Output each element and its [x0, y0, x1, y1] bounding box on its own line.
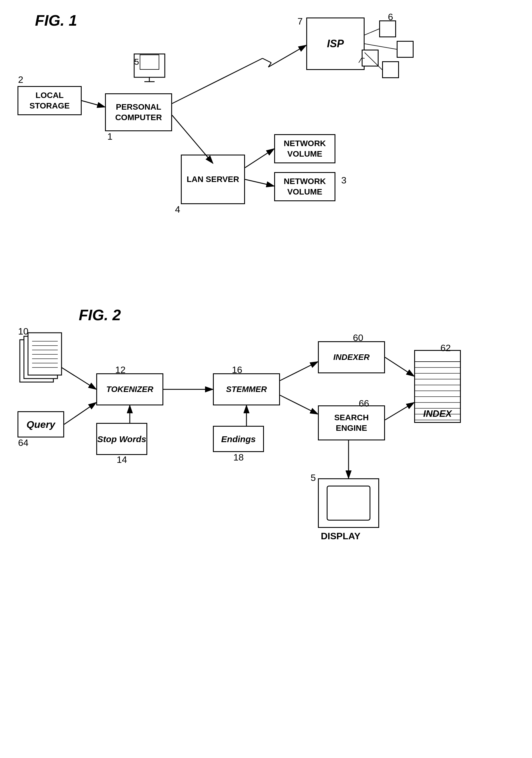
label-7: 7	[298, 16, 303, 27]
search-engine-box: SEARCH ENGINE	[318, 405, 385, 440]
label-62: 62	[441, 343, 451, 354]
label-14: 14	[117, 454, 127, 465]
lan-server-box: LAN SERVER	[181, 155, 245, 204]
svg-line-36	[385, 402, 414, 420]
label-66: 66	[359, 398, 369, 409]
label-64: 64	[18, 437, 29, 448]
tokenizer-box: TOKENIZER	[96, 373, 163, 405]
svg-line-35	[385, 357, 414, 376]
svg-line-17	[245, 179, 274, 186]
svg-line-28	[61, 367, 96, 389]
stemmer-box: STEMMER	[213, 373, 280, 405]
label-4: 4	[175, 204, 180, 215]
label-12: 12	[115, 364, 126, 375]
label-5-fig2: 5	[311, 472, 316, 483]
page: FIG. 1 ISP 7 6 LOCAL STORAGE 2 5 PERSONA…	[0, 0, 532, 758]
isp-device-3	[382, 61, 399, 78]
svg-rect-20	[28, 333, 61, 375]
svg-line-16	[245, 149, 274, 168]
label-16: 16	[232, 364, 242, 375]
endings-box: Endings	[213, 426, 264, 452]
label-18: 18	[233, 452, 244, 463]
isp-device-1	[379, 20, 396, 37]
label-2: 2	[18, 74, 23, 85]
svg-line-5	[82, 101, 105, 107]
network-volume-1-box: NETWORK VOLUME	[274, 134, 336, 163]
svg-line-29	[64, 402, 96, 424]
label-1: 1	[107, 131, 113, 142]
index-box: INDEX	[414, 350, 461, 423]
stop-words-box: Stop Words	[96, 423, 147, 455]
local-storage-box: LOCAL STORAGE	[18, 86, 82, 115]
display-box	[318, 478, 379, 528]
display-label: DISPLAY	[321, 531, 361, 542]
svg-line-11	[365, 44, 397, 49]
isp-device-2	[397, 41, 413, 58]
svg-line-33	[280, 362, 318, 381]
svg-line-8	[268, 63, 271, 67]
fig2-title: FIG. 2	[79, 306, 121, 324]
indexer-box: INDEXER	[318, 341, 385, 373]
svg-line-6	[172, 58, 263, 104]
svg-rect-19	[24, 336, 57, 379]
svg-line-9	[268, 45, 306, 67]
svg-line-7	[263, 58, 271, 63]
svg-rect-18	[20, 340, 53, 382]
svg-line-10	[365, 29, 379, 35]
network-volume-2-box: NETWORK VOLUME	[274, 172, 336, 201]
svg-line-34	[280, 395, 318, 414]
label-10: 10	[18, 326, 29, 337]
label-5-fig1: 5	[134, 57, 139, 67]
isp-box: ISP	[306, 17, 365, 70]
svg-rect-2	[140, 55, 159, 69]
isp-device-4	[362, 50, 378, 66]
fig1-title: FIG. 1	[35, 12, 77, 29]
label-3: 3	[341, 175, 346, 186]
index-label: INDEX	[423, 408, 452, 419]
label-60: 60	[353, 332, 363, 343]
query-box: Query	[18, 411, 64, 437]
pc-box: PERSONAL COMPUTER	[105, 93, 172, 131]
